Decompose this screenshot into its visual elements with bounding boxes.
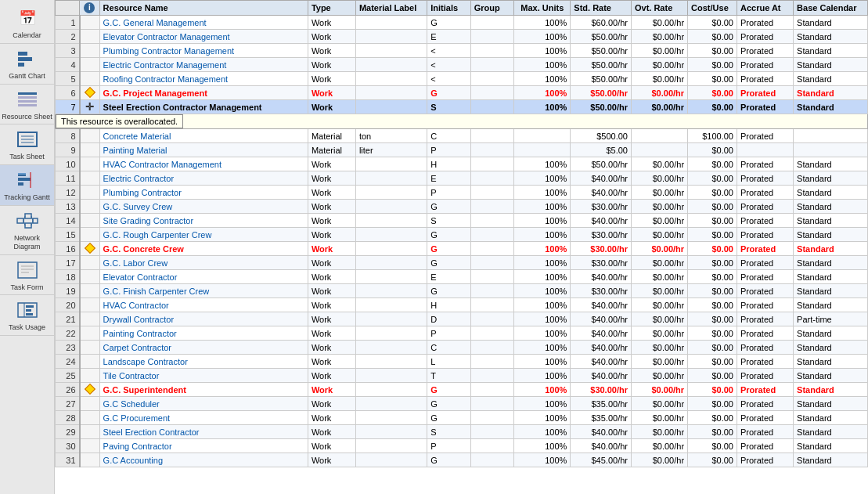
table-row[interactable]: 11Electric ContractorWorkE100%$40.00/hr$… xyxy=(56,171,868,186)
col-header-group[interactable]: Group xyxy=(470,1,513,16)
cell-base-calendar xyxy=(794,129,868,143)
cell-base-calendar: Standard xyxy=(794,186,868,200)
cell-std-rate: $30.00/hr xyxy=(571,256,632,270)
table-row[interactable]: 18Elevator ContractorWorkE100%$40.00/hr$… xyxy=(56,270,868,284)
cell-base-calendar: Part-time xyxy=(794,312,868,326)
table-row[interactable]: 6G.C. Project ManagementWorkG100%$50.00/… xyxy=(56,86,868,100)
table-row[interactable]: 14Site Grading ContractorWorkS100%$40.00… xyxy=(56,214,868,228)
cell-row-num: 11 xyxy=(56,171,80,186)
cell-cost-use: $0.00 xyxy=(688,256,737,270)
table-row[interactable]: 28G.C ProcurementWorkG100%$35.00/hr$0.00… xyxy=(56,411,868,425)
table-row[interactable]: 23Carpet ContractorWorkC100%$40.00/hr$0.… xyxy=(56,341,868,355)
cell-base-calendar: Standard xyxy=(794,341,868,355)
table-row[interactable]: 13G.C. Survey CrewWorkG100%$30.00/hr$0.0… xyxy=(56,200,868,214)
cell-ovt-rate: $0.00/hr xyxy=(631,355,687,369)
sidebar-item-task-form[interactable]: Task Form xyxy=(0,255,54,296)
cell-cost-use: $0.00 xyxy=(688,72,737,86)
cell-cost-use: $0.00 xyxy=(688,30,737,44)
table-row[interactable]: 20HVAC ContractorWorkH100%$40.00/hr$0.00… xyxy=(56,298,868,312)
cell-std-rate: $30.00/hr xyxy=(571,242,632,256)
sidebar-item-network-diagram[interactable]: Network Diagram xyxy=(0,206,54,255)
col-header-initials[interactable]: Initials xyxy=(427,1,470,16)
table-row[interactable]: 1G.C. General ManagementWorkG100%$60.00/… xyxy=(56,16,868,30)
table-row[interactable]: 30Paving ContractorWorkP100%$40.00/hr$0.… xyxy=(56,439,868,453)
table-row[interactable]: 12Plumbing ContractorWorkP100%$40.00/hr$… xyxy=(56,186,868,200)
resource-table: i Resource Name Type Material Label Init… xyxy=(55,0,868,467)
cell-indicator xyxy=(80,341,100,355)
table-row[interactable]: 27G.C SchedulerWorkG100%$35.00/hr$0.00/h… xyxy=(56,397,868,411)
col-header-ovt-rate[interactable]: Ovt. Rate xyxy=(631,1,687,16)
table-row[interactable]: 3Plumbing Contractor ManagementWork<100%… xyxy=(56,44,868,58)
table-row[interactable]: 24Landscape ContractorWorkL100%$40.00/hr… xyxy=(56,355,868,369)
cell-initials: E xyxy=(427,270,470,284)
cell-initials: G xyxy=(427,397,470,411)
cell-material-label xyxy=(355,383,427,397)
cell-indicator xyxy=(80,200,100,214)
sidebar-item-resource-sheet[interactable]: Resource Sheet xyxy=(0,85,54,125)
table-row[interactable]: 21Drywall ContractorWorkD100%$40.00/hr$0… xyxy=(56,312,868,326)
col-header-base-calendar[interactable]: Base Calendar xyxy=(794,1,868,16)
cell-accrue-at: Prorated xyxy=(737,284,793,298)
col-header-max-units[interactable]: Max. Units xyxy=(514,1,571,16)
cell-max-units: 100% xyxy=(514,326,571,341)
table-row[interactable]: 19G.C. Finish Carpenter CrewWorkG100%$30… xyxy=(56,284,868,298)
col-header-accrue-at[interactable]: Accrue At xyxy=(737,1,793,16)
col-header-material-label[interactable]: Material Label xyxy=(355,1,427,16)
table-row[interactable]: 17G.C. Labor CrewWorkG100%$30.00/hr$0.00… xyxy=(56,256,868,270)
cell-indicator xyxy=(80,129,100,143)
sidebar-item-gantt-chart[interactable]: Gantt Chart xyxy=(0,44,54,85)
cell-resource-name: G.C Accounting xyxy=(99,453,308,467)
col-header-std-rate[interactable]: Std. Rate xyxy=(571,1,632,16)
cell-cost-use: $0.00 xyxy=(688,425,737,439)
cell-ovt-rate: $0.00/hr xyxy=(631,242,687,256)
sidebar-item-task-sheet[interactable]: Task Sheet xyxy=(0,124,54,165)
cell-group xyxy=(470,228,513,242)
table-row[interactable]: 7✛Steel Erection Contractor ManagementWo… xyxy=(56,100,868,114)
cell-group xyxy=(470,86,513,100)
cell-max-units: 100% xyxy=(514,242,571,256)
cell-type: Work xyxy=(308,200,355,214)
cell-resource-name: G.C. Rough Carpenter Crew xyxy=(99,228,308,242)
sidebar-label-tracking-gantt: Tracking Gantt xyxy=(4,193,50,202)
cell-group xyxy=(470,397,513,411)
cell-base-calendar: Standard xyxy=(794,397,868,411)
cell-resource-name: Site Grading Contractor xyxy=(99,214,308,228)
table-row[interactable]: 29Steel Erection ContractorWorkS100%$40.… xyxy=(56,425,868,439)
col-header-cost-use[interactable]: Cost/Use xyxy=(688,1,737,16)
sidebar-item-calendar[interactable]: 📅 Calendar xyxy=(0,3,54,44)
table-row[interactable]: This resource is overallocated. xyxy=(56,114,868,129)
table-row[interactable]: 25Tile ContractorWorkT100%$40.00/hr$0.00… xyxy=(56,369,868,383)
table-row[interactable]: 16G.C. Concrete CrewWorkG100%$30.00/hr$0… xyxy=(56,242,868,256)
col-header-resource-name[interactable]: Resource Name xyxy=(99,1,308,16)
table-row[interactable]: 5Roofing Contractor ManagementWork<100%$… xyxy=(56,72,868,86)
cell-type: Work xyxy=(308,383,355,397)
table-row[interactable]: 2Elevator Contractor ManagementWorkE100%… xyxy=(56,30,868,44)
cell-indicator xyxy=(80,186,100,200)
cell-base-calendar: Standard xyxy=(794,369,868,383)
table-row[interactable]: 10HVAC Contractor ManagementWorkH100%$50… xyxy=(56,157,868,171)
cell-std-rate: $40.00/hr xyxy=(571,298,632,312)
table-row[interactable]: 26G.C. SuperintendentWorkG100%$30.00/hr$… xyxy=(56,383,868,397)
resource-table-wrapper[interactable]: i Resource Name Type Material Label Init… xyxy=(55,0,868,494)
table-row[interactable]: 8Concrete MaterialMaterialtonC$500.00$10… xyxy=(56,129,868,143)
sidebar-item-tracking-gantt[interactable]: Tracking Gantt xyxy=(0,165,54,206)
cell-max-units: 100% xyxy=(514,16,571,30)
move-cursor-icon: ✛ xyxy=(85,101,94,113)
cell-row-num: 19 xyxy=(56,284,80,298)
table-row[interactable]: 9Painting MaterialMaterialliterP$5.00$0.… xyxy=(56,143,868,157)
table-row[interactable]: 15G.C. Rough Carpenter CrewWorkG100%$30.… xyxy=(56,228,868,242)
cell-indicator xyxy=(80,369,100,383)
cell-accrue-at: Prorated xyxy=(737,411,793,425)
cell-type: Work xyxy=(308,270,355,284)
cell-material-label xyxy=(355,411,427,425)
table-row[interactable]: 31G.C AccountingWorkG100%$45.00/hr$0.00/… xyxy=(56,453,868,467)
cell-indicator xyxy=(80,242,100,256)
table-row[interactable]: 22Painting ContractorWorkP100%$40.00/hr$… xyxy=(56,326,868,341)
cell-ovt-rate: $0.00/hr xyxy=(631,298,687,312)
col-header-type[interactable]: Type xyxy=(308,1,355,16)
table-row[interactable]: 4Electric Contractor ManagementWork<100%… xyxy=(56,58,868,72)
sidebar-item-task-usage[interactable]: Task Usage xyxy=(0,295,54,336)
cell-material-label xyxy=(355,312,427,326)
cell-group xyxy=(470,411,513,425)
cell-material-label xyxy=(355,44,427,58)
